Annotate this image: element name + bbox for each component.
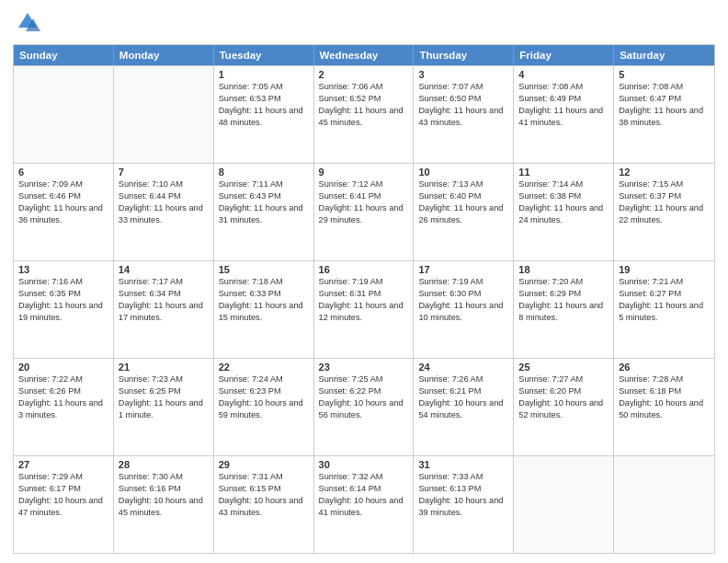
day-cell-30: 30Sunrise: 7:32 AM Sunset: 6:14 PM Dayli…	[314, 456, 415, 553]
calendar-body: 1Sunrise: 7:05 AM Sunset: 6:53 PM Daylig…	[14, 65, 714, 553]
day-number: 2	[319, 69, 409, 80]
day-number: 4	[518, 69, 609, 80]
day-info: Sunrise: 7:23 AM Sunset: 6:25 PM Dayligh…	[119, 373, 209, 421]
header-cell-monday: Monday	[114, 45, 214, 65]
day-cell-2: 2Sunrise: 7:06 AM Sunset: 6:52 PM Daylig…	[314, 66, 415, 163]
day-cell-31: 31Sunrise: 7:33 AM Sunset: 6:13 PM Dayli…	[414, 456, 514, 553]
day-info: Sunrise: 7:27 AM Sunset: 6:20 PM Dayligh…	[518, 373, 609, 421]
day-number: 15	[219, 264, 309, 275]
header-cell-tuesday: Tuesday	[214, 45, 314, 65]
day-number: 20	[18, 362, 108, 373]
day-number: 21	[119, 362, 209, 373]
page: SundayMondayTuesdayWednesdayThursdayFrid…	[0, 0, 728, 563]
day-number: 10	[418, 167, 508, 178]
day-info: Sunrise: 7:33 AM Sunset: 6:13 PM Dayligh…	[418, 471, 508, 519]
empty-cell	[514, 456, 614, 553]
week-row-2: 6Sunrise: 7:09 AM Sunset: 6:46 PM Daylig…	[14, 163, 714, 260]
day-info: Sunrise: 7:26 AM Sunset: 6:21 PM Dayligh…	[418, 373, 508, 421]
logo-icon	[15, 9, 40, 35]
day-cell-1: 1Sunrise: 7:05 AM Sunset: 6:53 PM Daylig…	[214, 66, 314, 163]
day-cell-22: 22Sunrise: 7:24 AM Sunset: 6:23 PM Dayli…	[214, 359, 314, 455]
header-cell-saturday: Saturday	[614, 45, 714, 65]
day-info: Sunrise: 7:13 AM Sunset: 6:40 PM Dayligh…	[418, 178, 508, 226]
day-cell-23: 23Sunrise: 7:25 AM Sunset: 6:22 PM Dayli…	[314, 359, 415, 455]
day-number: 31	[418, 459, 508, 470]
day-number: 14	[119, 264, 209, 275]
day-number: 13	[18, 264, 108, 275]
calendar: SundayMondayTuesdayWednesdayThursdayFrid…	[13, 44, 715, 554]
day-cell-27: 27Sunrise: 7:29 AM Sunset: 6:17 PM Dayli…	[14, 456, 114, 553]
day-info: Sunrise: 7:05 AM Sunset: 6:53 PM Dayligh…	[219, 81, 309, 129]
day-info: Sunrise: 7:32 AM Sunset: 6:14 PM Dayligh…	[319, 471, 409, 519]
day-number: 28	[119, 459, 209, 470]
day-number: 16	[319, 264, 409, 275]
day-info: Sunrise: 7:18 AM Sunset: 6:33 PM Dayligh…	[219, 276, 309, 324]
day-info: Sunrise: 7:31 AM Sunset: 6:15 PM Dayligh…	[219, 471, 309, 519]
day-info: Sunrise: 7:11 AM Sunset: 6:43 PM Dayligh…	[219, 178, 309, 226]
day-cell-10: 10Sunrise: 7:13 AM Sunset: 6:40 PM Dayli…	[414, 164, 514, 260]
day-cell-6: 6Sunrise: 7:09 AM Sunset: 6:46 PM Daylig…	[14, 164, 114, 260]
empty-cell	[114, 66, 214, 163]
day-number: 17	[418, 264, 508, 275]
day-cell-11: 11Sunrise: 7:14 AM Sunset: 6:38 PM Dayli…	[514, 164, 614, 260]
day-number: 5	[619, 69, 710, 80]
day-number: 7	[119, 167, 209, 178]
day-info: Sunrise: 7:06 AM Sunset: 6:52 PM Dayligh…	[319, 81, 409, 129]
day-info: Sunrise: 7:24 AM Sunset: 6:23 PM Dayligh…	[219, 373, 309, 421]
day-cell-29: 29Sunrise: 7:31 AM Sunset: 6:15 PM Dayli…	[214, 456, 314, 553]
day-number: 1	[219, 69, 309, 80]
day-info: Sunrise: 7:19 AM Sunset: 6:30 PM Dayligh…	[418, 276, 508, 324]
day-cell-26: 26Sunrise: 7:28 AM Sunset: 6:18 PM Dayli…	[614, 359, 714, 455]
day-info: Sunrise: 7:20 AM Sunset: 6:29 PM Dayligh…	[518, 276, 609, 324]
day-number: 8	[219, 167, 309, 178]
week-row-1: 1Sunrise: 7:05 AM Sunset: 6:53 PM Daylig…	[14, 65, 714, 163]
day-number: 9	[319, 167, 409, 178]
day-info: Sunrise: 7:29 AM Sunset: 6:17 PM Dayligh…	[18, 471, 108, 519]
week-row-4: 20Sunrise: 7:22 AM Sunset: 6:26 PM Dayli…	[14, 358, 714, 455]
day-number: 3	[418, 69, 508, 80]
day-cell-13: 13Sunrise: 7:16 AM Sunset: 6:35 PM Dayli…	[14, 261, 114, 358]
day-info: Sunrise: 7:21 AM Sunset: 6:27 PM Dayligh…	[619, 276, 710, 324]
day-number: 26	[619, 362, 710, 373]
calendar-header: SundayMondayTuesdayWednesdayThursdayFrid…	[14, 45, 714, 65]
day-info: Sunrise: 7:25 AM Sunset: 6:22 PM Dayligh…	[319, 373, 409, 421]
day-cell-18: 18Sunrise: 7:20 AM Sunset: 6:29 PM Dayli…	[514, 261, 614, 358]
day-info: Sunrise: 7:16 AM Sunset: 6:35 PM Dayligh…	[18, 276, 108, 324]
day-info: Sunrise: 7:19 AM Sunset: 6:31 PM Dayligh…	[319, 276, 409, 324]
day-info: Sunrise: 7:07 AM Sunset: 6:50 PM Dayligh…	[418, 81, 508, 129]
day-info: Sunrise: 7:08 AM Sunset: 6:49 PM Dayligh…	[518, 81, 609, 129]
day-number: 22	[219, 362, 309, 373]
day-cell-9: 9Sunrise: 7:12 AM Sunset: 6:41 PM Daylig…	[314, 164, 415, 260]
day-cell-4: 4Sunrise: 7:08 AM Sunset: 6:49 PM Daylig…	[514, 66, 614, 163]
day-info: Sunrise: 7:28 AM Sunset: 6:18 PM Dayligh…	[619, 373, 710, 421]
day-info: Sunrise: 7:10 AM Sunset: 6:44 PM Dayligh…	[119, 178, 209, 226]
day-cell-24: 24Sunrise: 7:26 AM Sunset: 6:21 PM Dayli…	[414, 359, 514, 455]
empty-cell	[614, 456, 714, 553]
day-number: 12	[619, 167, 710, 178]
day-cell-5: 5Sunrise: 7:08 AM Sunset: 6:47 PM Daylig…	[614, 66, 714, 163]
day-cell-20: 20Sunrise: 7:22 AM Sunset: 6:26 PM Dayli…	[14, 359, 114, 455]
day-cell-19: 19Sunrise: 7:21 AM Sunset: 6:27 PM Dayli…	[614, 261, 714, 358]
day-info: Sunrise: 7:30 AM Sunset: 6:16 PM Dayligh…	[119, 471, 209, 519]
day-cell-15: 15Sunrise: 7:18 AM Sunset: 6:33 PM Dayli…	[214, 261, 314, 358]
day-cell-12: 12Sunrise: 7:15 AM Sunset: 6:37 PM Dayli…	[614, 164, 714, 260]
day-number: 30	[319, 459, 409, 470]
day-cell-25: 25Sunrise: 7:27 AM Sunset: 6:20 PM Dayli…	[514, 359, 614, 455]
day-cell-3: 3Sunrise: 7:07 AM Sunset: 6:50 PM Daylig…	[414, 66, 514, 163]
day-info: Sunrise: 7:15 AM Sunset: 6:37 PM Dayligh…	[619, 178, 710, 226]
header-cell-wednesday: Wednesday	[314, 45, 415, 65]
day-number: 29	[219, 459, 309, 470]
header-cell-thursday: Thursday	[414, 45, 514, 65]
day-cell-17: 17Sunrise: 7:19 AM Sunset: 6:30 PM Dayli…	[414, 261, 514, 358]
day-number: 27	[18, 459, 108, 470]
day-number: 11	[518, 167, 609, 178]
header	[13, 9, 715, 37]
day-cell-14: 14Sunrise: 7:17 AM Sunset: 6:34 PM Dayli…	[114, 261, 214, 358]
empty-cell	[14, 66, 114, 163]
day-cell-21: 21Sunrise: 7:23 AM Sunset: 6:25 PM Dayli…	[114, 359, 214, 455]
day-number: 6	[18, 167, 108, 178]
day-cell-16: 16Sunrise: 7:19 AM Sunset: 6:31 PM Dayli…	[314, 261, 415, 358]
day-number: 24	[418, 362, 508, 373]
day-info: Sunrise: 7:22 AM Sunset: 6:26 PM Dayligh…	[18, 373, 108, 421]
week-row-3: 13Sunrise: 7:16 AM Sunset: 6:35 PM Dayli…	[14, 260, 714, 358]
